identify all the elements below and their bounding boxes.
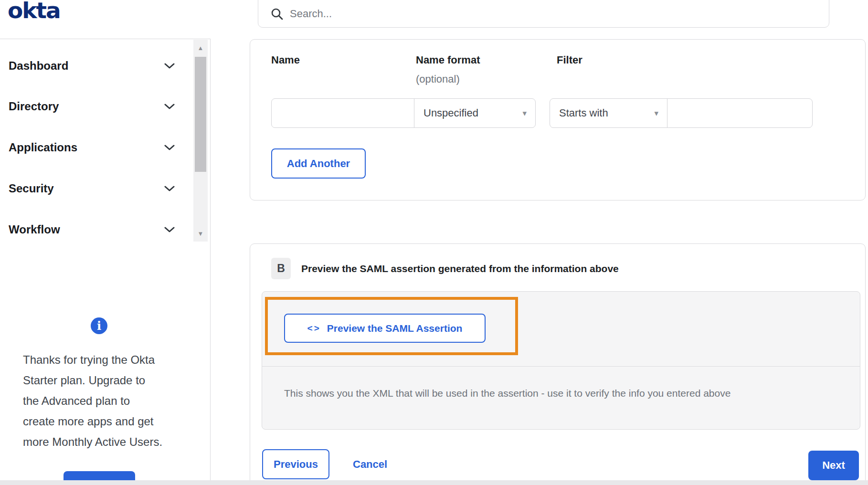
section-b-badge: B	[271, 258, 291, 279]
sidebar: Dashboard Directory Applications Securit…	[0, 39, 211, 485]
previous-button[interactable]: Previous	[262, 449, 329, 479]
okta-logo: okta	[8, 0, 60, 23]
name-format-select[interactable]: Unspecified ▾	[414, 98, 536, 128]
sidebar-item-directory[interactable]: Directory	[0, 86, 210, 127]
upgrade-message: Thanks for trying the Okta Starter plan.…	[23, 349, 188, 452]
search-input[interactable]	[290, 8, 819, 20]
scroll-up-icon[interactable]: ▲	[193, 44, 208, 52]
sidebar-scrollbar[interactable]: ▲ ▼	[193, 40, 208, 242]
code-icon: <>	[307, 323, 321, 334]
chevron-down-icon	[164, 227, 175, 233]
preview-button-label: Preview the SAML Assertion	[327, 323, 463, 334]
cancel-link[interactable]: Cancel	[353, 449, 387, 479]
scroll-down-icon[interactable]: ▼	[193, 230, 208, 238]
sidebar-nav: Dashboard Directory Applications Securit…	[0, 39, 210, 242]
sidebar-item-security[interactable]: Security	[0, 168, 210, 209]
global-search[interactable]	[258, 0, 829, 28]
caret-down-icon: ▾	[522, 108, 527, 118]
name-format-value: Unspecified	[423, 107, 478, 119]
chevron-down-icon	[164, 186, 175, 192]
chevron-down-icon	[164, 104, 175, 110]
optional-label: (optional)	[416, 73, 460, 85]
attribute-name-input[interactable]	[271, 98, 414, 128]
name-format-column-label: Name format	[416, 54, 480, 66]
filter-value-input[interactable]	[667, 98, 813, 128]
section-b-heading: Preview the SAML assertion generated fro…	[301, 263, 619, 274]
attribute-statements-panel: Name Name format (optional) Filter Unspe…	[250, 39, 866, 200]
sidebar-item-dashboard[interactable]: Dashboard	[0, 45, 210, 86]
filter-column-label: Filter	[557, 54, 582, 66]
okta-admin-page: okta Dashboard Directory	[0, 0, 868, 485]
add-another-button[interactable]: Add Another	[271, 148, 366, 179]
scrollbar-thumb[interactable]	[195, 57, 206, 172]
divider	[262, 366, 860, 367]
filter-operator-value: Starts with	[559, 107, 608, 119]
chevron-down-icon	[164, 63, 175, 69]
sidebar-item-applications[interactable]: Applications	[0, 127, 210, 168]
chevron-down-icon	[164, 145, 175, 151]
viewport-bottom-edge	[0, 480, 868, 485]
next-button[interactable]: Next	[808, 451, 859, 480]
preview-saml-assertion-button[interactable]: <> Preview the SAML Assertion	[284, 314, 486, 343]
preview-description: This shows you the XML that will be used…	[284, 388, 841, 399]
preview-saml-panel: B Preview the SAML assertion generated f…	[250, 243, 866, 485]
preview-assertion-box: <> Preview the SAML Assertion This shows…	[262, 291, 860, 430]
name-column-label: Name	[271, 54, 300, 66]
search-icon	[271, 8, 283, 20]
caret-down-icon: ▾	[654, 108, 658, 118]
filter-operator-select[interactable]: Starts with ▾	[550, 98, 667, 128]
sidebar-item-workflow[interactable]: Workflow	[0, 209, 210, 250]
info-icon: i	[91, 317, 107, 334]
